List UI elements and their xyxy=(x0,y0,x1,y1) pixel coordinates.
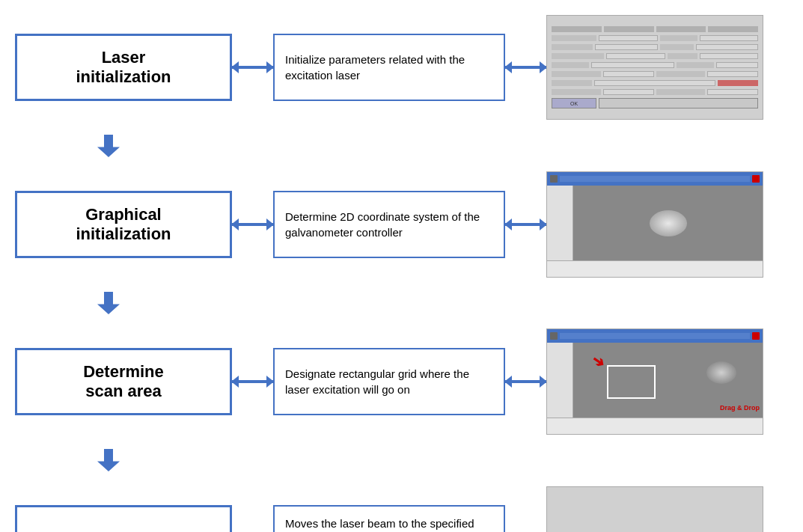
red-arrow-icon: ➔ xyxy=(589,352,608,371)
arrow-2-to-desc xyxy=(232,217,273,232)
flow-row-4: Laser scanning Moves the laser beam to t… xyxy=(15,479,788,532)
down-arrow-3 xyxy=(15,441,788,479)
arrow-1-to-desc xyxy=(232,60,273,75)
desc-text-1: Initialize parameters related with the e… xyxy=(285,52,493,83)
down-arrow-shape-2 xyxy=(90,292,127,314)
bidir-line-desc2 xyxy=(505,223,546,226)
step-scan-area: Determine scan area xyxy=(15,348,232,415)
arrow-body-3 xyxy=(97,449,120,471)
step-laser-scanning: Laser scanning xyxy=(15,505,232,532)
desc-box-2: Determine 2D coordinate system of the ga… xyxy=(273,191,505,258)
desc-text-2: Determine 2D coordinate system of the ga… xyxy=(285,209,493,240)
titlebar-btn-1 xyxy=(550,175,558,183)
step-graphical-init: Graphical initialization xyxy=(15,191,232,258)
bidir-line-2 xyxy=(232,223,273,226)
camera-view-2 xyxy=(573,186,763,260)
arrow-desc2-to-img xyxy=(505,217,546,232)
bidir-line-desc3 xyxy=(505,380,546,383)
screenshot-4 xyxy=(546,486,763,532)
step-label-3: Determine scan area xyxy=(83,362,164,401)
light-spot-2 xyxy=(650,210,687,236)
light-spot-3 xyxy=(706,361,736,384)
arrow-3-to-desc xyxy=(232,374,273,389)
screenshot-2 xyxy=(546,171,763,278)
titlebar-close-2 xyxy=(752,175,760,183)
camera-view-3: ➔ Drag & Drop xyxy=(573,343,763,418)
arrow-body-1 xyxy=(97,135,120,157)
step-label-2: Graphical initialization xyxy=(76,205,171,244)
sidebar-2 xyxy=(547,186,573,260)
down-arrow-2 xyxy=(15,284,788,322)
drag-drop-label: Drag & Drop xyxy=(720,404,760,412)
desc-box-3: Designate rectangular grid where the las… xyxy=(273,348,505,415)
flow-row-3: Determine scan area Designate rectangula… xyxy=(15,322,788,441)
bidir-line-1 xyxy=(232,66,273,69)
arrow-desc1-to-img xyxy=(505,60,546,75)
titlebar-btn-3 xyxy=(550,332,558,340)
desc-text-4: Moves the laser beam to the specified ex… xyxy=(285,516,493,533)
screenshot-3: ➔ Drag & Drop xyxy=(546,328,763,435)
flow-row-1: Laser initialization Initialize paramete… xyxy=(15,7,788,127)
sidebar-3 xyxy=(547,343,573,418)
flowchart: Laser initialization Initialize paramete… xyxy=(15,7,788,532)
step-label-4: Laser scanning xyxy=(63,529,183,532)
down-arrow-shape-3 xyxy=(90,449,127,471)
bidir-line-desc1 xyxy=(505,66,546,69)
bottom-bar-2 xyxy=(547,260,763,277)
arrow-desc3-to-img xyxy=(505,374,546,389)
titlebar-title-2 xyxy=(560,176,750,182)
bottom-bar-3 xyxy=(547,418,763,434)
desc-box-4: Moves the laser beam to the specified ex… xyxy=(273,505,505,532)
arrow-body-2 xyxy=(97,292,120,314)
titlebar-close-3 xyxy=(752,332,760,340)
scan-rect xyxy=(607,365,656,399)
step-laser-init: Laser initialization xyxy=(15,34,232,101)
step-label-1: Laser initialization xyxy=(76,48,171,87)
screenshot-1: OK xyxy=(546,15,763,120)
down-arrow-shape-1 xyxy=(90,135,127,157)
titlebar-title-3 xyxy=(560,333,750,339)
bidir-line-3 xyxy=(232,380,273,383)
desc-text-3: Designate rectangular grid where the las… xyxy=(285,366,493,397)
flow-row-2: Graphical initialization Determine 2D co… xyxy=(15,165,788,284)
desc-box-1: Initialize parameters related with the e… xyxy=(273,34,505,101)
down-arrow-1 xyxy=(15,127,788,165)
